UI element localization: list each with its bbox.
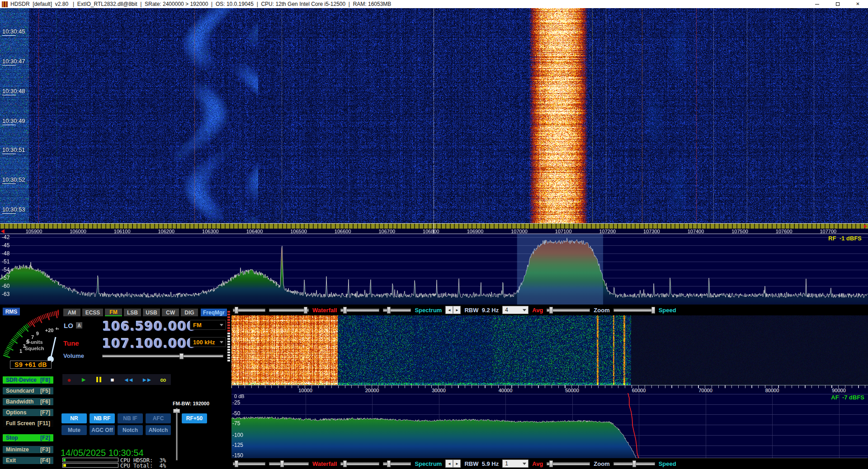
loop-button[interactable]: ∞ xyxy=(160,375,166,384)
af-frequency-label: 10000 xyxy=(298,388,312,393)
frequency-label: 107100 xyxy=(555,229,572,234)
forward-button[interactable]: ►► xyxy=(142,377,151,383)
spectrum-amplitude-slider[interactable] xyxy=(340,309,379,312)
dsp-button-afc[interactable]: AFC xyxy=(146,413,171,423)
record-button[interactable]: ● xyxy=(67,376,71,383)
mode-button-cw[interactable]: CW xyxy=(162,309,179,316)
tune-frequency-display[interactable]: 107.100.000 xyxy=(102,336,188,351)
minimize-button[interactable] xyxy=(807,0,827,8)
af-frequency-label: 20000 xyxy=(365,388,379,393)
rbw-increase-button[interactable]: ► xyxy=(453,306,461,314)
fm-bandwidth-slider-handle[interactable] xyxy=(173,409,180,413)
af-rbw-increase-button[interactable]: ► xyxy=(453,460,461,468)
waterfall-brightness-slider[interactable] xyxy=(233,309,265,312)
rbw-decrease-button[interactable]: ◄ xyxy=(445,306,453,314)
af-db-label: -75 xyxy=(232,420,240,427)
lo-a-badge[interactable]: A xyxy=(76,322,82,328)
maximize-icon xyxy=(836,2,840,6)
af-spectrum-amplitude-slider[interactable] xyxy=(340,462,379,465)
af-speed-slider[interactable] xyxy=(613,462,655,465)
close-button[interactable]: ✕ xyxy=(848,0,868,8)
af-db-label: -150 xyxy=(232,452,243,459)
af-waterfall-contrast-slider[interactable] xyxy=(269,462,309,465)
af-level-readout: AF -7 dBFS xyxy=(831,394,864,401)
frequency-label: 106600 xyxy=(335,229,351,234)
af-rbw-decrease-button[interactable]: ◄ xyxy=(445,460,453,468)
af-spectrum-range-slider[interactable] xyxy=(383,462,411,465)
rf-frequency-ruler[interactable]: 1059001060001061001062001063001064001065… xyxy=(0,223,868,234)
button-fkey: [F7] xyxy=(40,409,50,416)
button-options[interactable]: Options[F7] xyxy=(3,409,53,416)
rf-waterfall[interactable] xyxy=(0,8,868,223)
mode-button-lsb[interactable]: LSB xyxy=(124,309,141,316)
button-label: Full Screen xyxy=(6,420,35,427)
tune-step-dropdown[interactable]: 100 kHz xyxy=(190,337,226,347)
rf-spectrum[interactable] xyxy=(0,234,868,305)
af-spectrum[interactable] xyxy=(231,393,868,458)
lo-frequency-display[interactable]: 106.590.000 xyxy=(102,319,188,334)
button-label: SDR-Device xyxy=(6,377,37,383)
button-bandwidth[interactable]: Bandwidth[F6] xyxy=(3,398,53,405)
rf-gain-button[interactable]: RF+50 xyxy=(182,413,207,423)
zoom-label: Zoom xyxy=(594,307,609,314)
spectrum-range-slider[interactable] xyxy=(383,309,411,312)
speed-slider[interactable] xyxy=(613,309,655,312)
frequency-label: 106200 xyxy=(158,229,175,234)
maximize-button[interactable] xyxy=(827,0,848,8)
waterfall-timestamp: 10:30:52 xyxy=(2,176,25,183)
avg-select[interactable]: 4 xyxy=(502,306,528,314)
fm-bandwidth-slider[interactable] xyxy=(176,408,178,460)
dsp-button-mute[interactable]: Mute xyxy=(61,425,87,435)
lo-mode-dropdown[interactable]: FM xyxy=(190,320,226,330)
chevron-down-icon xyxy=(523,463,526,465)
pause-button[interactable] xyxy=(96,377,101,382)
volume-slider[interactable] xyxy=(102,355,223,357)
db-label: -57 xyxy=(2,275,9,281)
avg-select-value: 4 xyxy=(505,307,508,313)
button-minimize[interactable]: Minimize[F3] xyxy=(3,446,53,453)
rewind-button[interactable]: ◄◄ xyxy=(123,377,132,383)
af-waterfall[interactable] xyxy=(231,315,868,385)
waterfall-timestamp: 10:30:49 xyxy=(2,117,25,124)
button-sdr-device[interactable]: SDR-Device[F8] xyxy=(3,376,53,384)
mode-button-dig[interactable]: DIG xyxy=(181,309,198,316)
ruler-tick-band[interactable] xyxy=(0,223,868,229)
dsp-button-notch[interactable]: Notch xyxy=(118,425,143,435)
db-label: -60 xyxy=(2,283,9,289)
af-zoom-slider[interactable] xyxy=(547,462,590,465)
rms-mode-badge[interactable]: RMS xyxy=(3,308,20,315)
freqmgr-button[interactable]: FreqMgr xyxy=(201,309,227,316)
af-avg-select[interactable]: 1 xyxy=(502,460,528,468)
s-meter-readout: S9 +61 dB xyxy=(10,361,52,369)
button-stop[interactable]: Stop[F2] xyxy=(3,434,53,441)
button-exit[interactable]: Exit[F4] xyxy=(3,457,53,464)
dsp-button-nb-rf[interactable]: NB RF xyxy=(90,413,115,423)
waterfall-timestamp: 10:30:45 xyxy=(2,28,25,35)
volume-slider-handle[interactable] xyxy=(179,353,184,359)
dsp-button-agc-off[interactable]: AGC Off xyxy=(90,425,115,435)
frequency-label: 106300 xyxy=(202,229,219,234)
dsp-button-anotch[interactable]: ANotch xyxy=(146,425,171,435)
button-full-screen[interactable]: Full Screen[F11] xyxy=(3,420,53,427)
dsp-button-nb-if[interactable]: NB IF xyxy=(118,413,143,423)
minimize-icon xyxy=(815,4,819,5)
dsp-button-nr[interactable]: NR xyxy=(61,413,87,423)
rf-level-readout: RF -1 dBFS xyxy=(828,235,862,242)
af-db-label: -100 xyxy=(232,432,243,438)
frequency-label: 106500 xyxy=(290,229,307,234)
frequency-label: 107000 xyxy=(511,229,528,234)
mode-button-am[interactable]: AM xyxy=(63,309,80,316)
frequency-label: 106700 xyxy=(378,229,395,234)
mode-button-usb[interactable]: USB xyxy=(143,309,160,316)
zoom-slider[interactable] xyxy=(547,309,590,312)
stop-button[interactable]: ■ xyxy=(110,377,114,383)
button-soundcard[interactable]: Soundcard[F5] xyxy=(3,387,53,394)
waterfall-contrast-slider[interactable] xyxy=(269,309,309,312)
mode-button-ecss[interactable]: ECSS xyxy=(82,309,103,316)
button-label: Stop xyxy=(6,435,18,441)
play-button[interactable]: ► xyxy=(80,376,87,383)
af-rbw-spinner: ◄ ► xyxy=(445,460,461,468)
af-waterfall-brightness-slider[interactable] xyxy=(233,462,265,465)
button-fkey: [F4] xyxy=(40,457,50,464)
mode-button-fm[interactable]: FM xyxy=(105,309,122,316)
